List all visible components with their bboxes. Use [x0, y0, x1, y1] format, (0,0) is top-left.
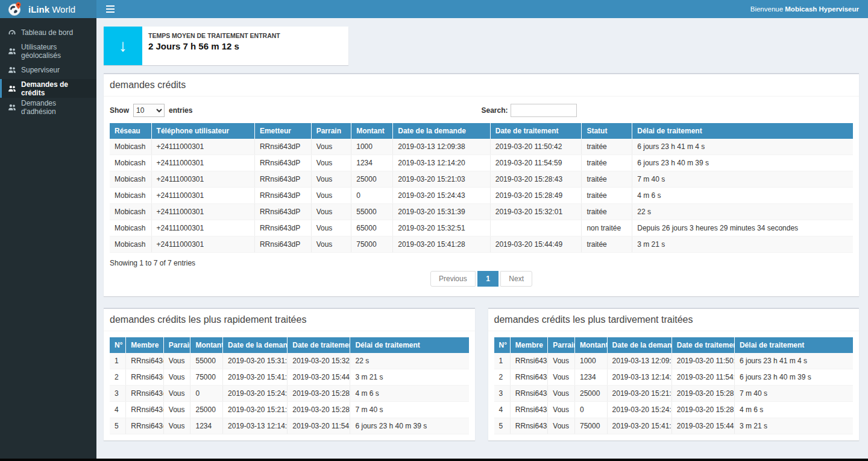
table-cell: 3 m 21 s — [632, 237, 853, 253]
sidebar-item-superviseur[interactable]: Superviseur — [0, 60, 96, 79]
sidebar-item-label: Superviseur — [21, 66, 60, 74]
table-cell: 1234 — [351, 155, 393, 171]
sidebar-item-label: Demandes de crédits — [21, 80, 92, 97]
column-header-r-seau[interactable]: Réseau — [110, 123, 151, 139]
table-cell: Vous — [311, 139, 351, 155]
table-cell: 2019-03-20 15:21:03 — [393, 171, 491, 188]
table-cell: 2019-03-13 12:14:20 — [393, 155, 491, 171]
table-cell: 75000 — [190, 369, 223, 386]
table-cell: traitée — [582, 237, 632, 253]
table-cell: 55000 — [351, 204, 393, 220]
table-cell: 0 — [351, 188, 393, 204]
sidebar-item-tableau-de-bord[interactable]: Tableau de bord — [0, 23, 96, 42]
column-header-date-de-traitement[interactable]: Date de traitement — [490, 123, 582, 139]
next-page-button[interactable]: Next — [500, 271, 532, 287]
column-header-membre[interactable]: Membre — [126, 337, 164, 353]
users-icon — [8, 66, 16, 74]
sidebar-item-utilisateurs-g-olocalis-s[interactable]: Utilisateurs géolocalisés — [0, 42, 96, 60]
table-cell: Mobicash — [110, 237, 151, 253]
table-cell: 2019-03-13 12:09:38 — [393, 139, 491, 155]
infobox-value: 2 Jours 7 h 56 m 12 s — [148, 41, 280, 51]
table-cell: 2019-03-20 15:32:01 — [288, 353, 350, 369]
table-cell: 3 — [110, 386, 126, 402]
table-cell: 2019-03-20 11:54:59 — [671, 369, 734, 386]
table-cell: 2019-03-20 15:41:28 — [393, 237, 491, 253]
table-cell: RRnsi643dP — [510, 353, 548, 369]
table-header-row: N°MembreParrainMontantDate de la demande… — [110, 337, 469, 353]
column-header-statut[interactable]: Statut — [582, 123, 632, 139]
table-cell: 2019-03-20 11:50:42 — [490, 139, 582, 155]
table-cell: RRnsi643dP — [126, 402, 164, 418]
table-cell: Vous — [163, 402, 190, 418]
column-header-parrain[interactable]: Parrain — [548, 337, 575, 353]
page-length-select[interactable]: 10 — [133, 104, 165, 117]
table-row: 1RRnsi643dPVous550002019-03-20 15:31:392… — [110, 353, 469, 369]
table-cell: 25000 — [351, 171, 393, 188]
brand[interactable]: iLink World — [0, 0, 96, 18]
column-header-date-de-la-demande[interactable]: Date de la demande — [223, 337, 288, 353]
sidebar-item-label: Tableau de bord — [21, 28, 73, 37]
column-header-t-l-phone-utilisateur[interactable]: Téléphone utilisateur — [151, 123, 254, 139]
table-row: 5RRnsi643dPVous12342019-03-13 12:14:2020… — [110, 418, 469, 434]
table-row: 2RRnsi643dPVous750002019-03-20 15:41:282… — [110, 369, 469, 386]
table-cell: 2019-03-20 15:28:49 — [671, 402, 734, 418]
table-cell — [490, 220, 582, 237]
column-header-montant[interactable]: Montant — [574, 337, 607, 353]
previous-page-button[interactable]: Previous — [430, 271, 476, 287]
infobox-label: TEMPS MOYEN DE TRAITEMENT ENTRANT — [148, 32, 280, 39]
users-icon — [8, 103, 16, 112]
table-cell: 0 — [574, 402, 607, 418]
column-header-n[interactable]: N° — [494, 337, 511, 353]
column-header-montant[interactable]: Montant — [351, 123, 393, 139]
sidebar-toggle-button[interactable] — [104, 2, 117, 16]
table-cell: Vous — [163, 369, 190, 386]
sidebar-item-demandes-d-adh-sion[interactable]: Demandes d'adhésion — [0, 98, 96, 116]
page-1-button[interactable]: 1 — [477, 271, 498, 287]
column-header-d-lai-de-traitement[interactable]: Délai de traitement — [734, 337, 853, 353]
column-header-d-lai-de-traitement[interactable]: Délai de traitement — [350, 337, 469, 353]
top-navbar: Bienvenue Mobicash Hyperviseur — [96, 0, 868, 18]
sidebar-item-demandes-de-cr-dits[interactable]: Demandes de crédits — [0, 79, 96, 98]
down-arrow-icon: ↓ — [104, 27, 142, 65]
search-input[interactable] — [511, 104, 577, 117]
table-cell: +24111000301 — [151, 171, 254, 188]
table-cell: +24111000301 — [151, 139, 254, 155]
sidebar-item-label: Demandes d'adhésion — [21, 99, 92, 116]
column-header-date-de-traitement[interactable]: Date de traitement — [671, 337, 734, 353]
slowest-treated-table: N°MembreParrainMontantDate de la demande… — [494, 337, 854, 434]
table-cell: 5 — [110, 418, 126, 434]
sidebar: iLink World Tableau de bordUtilisateurs … — [0, 0, 96, 461]
table-cell: 25000 — [190, 402, 223, 418]
table-cell: 2 — [110, 369, 126, 386]
table-cell: 2019-03-20 11:54:59 — [490, 155, 582, 171]
table-cell: 5 — [494, 418, 511, 434]
table-cell: 65000 — [351, 220, 393, 237]
column-header-montant[interactable]: Montant — [190, 337, 223, 353]
column-header-date-de-traitement[interactable]: Date de traitement — [288, 337, 350, 353]
table-cell: Vous — [163, 418, 190, 434]
table-cell: traitée — [582, 204, 632, 220]
column-header-n[interactable]: N° — [110, 337, 126, 353]
table-cell: 7 m 40 s — [734, 386, 853, 402]
table-row: Mobicash+24111000301RRnsi643dPVous650002… — [110, 220, 853, 237]
table-cell: 2019-03-20 15:31:39 — [393, 204, 491, 220]
fastest-treated-table: N°MembreParrainMontantDate de la demande… — [110, 337, 469, 434]
column-header-date-de-la-demande[interactable]: Date de la demande — [607, 337, 671, 353]
table-cell: Vous — [548, 386, 575, 402]
ilink-world-logo — [7, 1, 23, 17]
table-cell: traitée — [582, 188, 632, 204]
column-header-emetteur[interactable]: Emetteur — [254, 123, 311, 139]
table-cell: 2019-03-20 15:44:49 — [288, 369, 350, 386]
column-header-parrain[interactable]: Parrain — [163, 337, 190, 353]
table-cell: Mobicash — [110, 171, 151, 188]
table-row: 3RRnsi643dPVous02019-03-20 15:24:432019-… — [110, 386, 469, 402]
column-header-parrain[interactable]: Parrain — [311, 123, 351, 139]
column-header-d-lai-de-traitement[interactable]: Délai de traitement — [632, 123, 853, 139]
column-header-date-de-la-demande[interactable]: Date de la demande — [393, 123, 491, 139]
table-cell: 1000 — [574, 353, 607, 369]
table-cell: 2019-03-20 15:44:49 — [490, 237, 582, 253]
table-cell: Mobicash — [110, 139, 151, 155]
users-icon — [8, 47, 16, 56]
table-cell: 2019-03-20 15:21:03 — [607, 386, 671, 402]
column-header-membre[interactable]: Membre — [510, 337, 548, 353]
